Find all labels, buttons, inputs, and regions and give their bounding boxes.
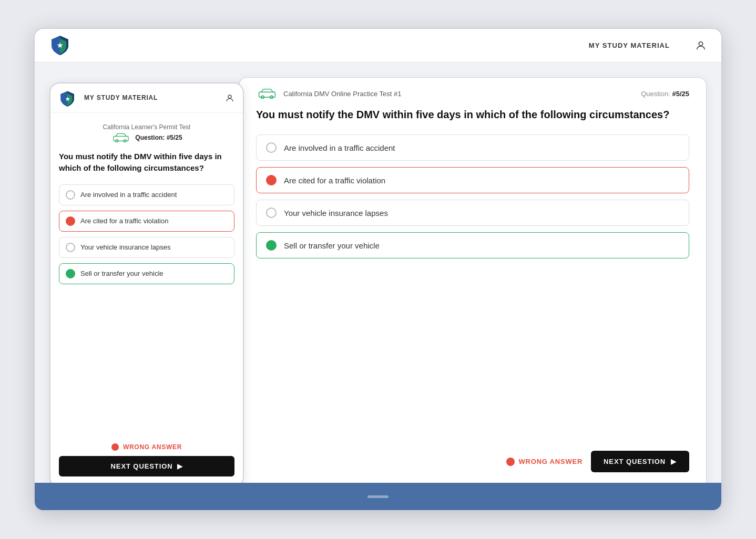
desktop-radio-c bbox=[266, 208, 277, 218]
desktop-radio-b bbox=[266, 175, 277, 185]
desktop-next-label: NEXT QUESTION bbox=[604, 458, 666, 465]
svg-text:★: ★ bbox=[65, 96, 70, 101]
desktop-header-top: California DMV Online Practice Test #1 Q… bbox=[256, 88, 689, 99]
top-nav-title: MY STUDY MATERIAL bbox=[574, 29, 685, 63]
scroll-handle bbox=[367, 495, 389, 498]
desktop-panel: California DMV Online Practice Test #1 Q… bbox=[239, 77, 707, 483]
desktop-option-d[interactable]: Sell or transfer your vehicle bbox=[256, 232, 689, 258]
mobile-option-a[interactable]: Are involved in a traffic accident bbox=[59, 184, 234, 205]
desktop-car-icon bbox=[256, 88, 278, 99]
bottom-bar bbox=[35, 483, 721, 510]
mobile-radio-d bbox=[66, 269, 75, 278]
user-icon[interactable] bbox=[695, 40, 707, 51]
desktop-option-d-text: Sell or transfer your vehicle bbox=[284, 241, 380, 250]
mobile-question-num: Question: #5/25 bbox=[135, 134, 182, 141]
mobile-user-icon[interactable] bbox=[225, 94, 234, 103]
mobile-question-number: #5/25 bbox=[167, 134, 182, 141]
desktop-option-c-text: Your vehicle insurance lapses bbox=[284, 209, 388, 217]
desktop-wrong-row: WRONG ANSWER bbox=[506, 458, 583, 466]
desktop-question-text: You must notify the DMV within five days… bbox=[256, 107, 689, 122]
desktop-question-counter: Question: #5/25 bbox=[641, 89, 689, 98]
mobile-wrong-text: WRONG ANSWER bbox=[123, 443, 182, 451]
desktop-wrong-dot bbox=[506, 458, 515, 466]
desktop-wrong-text: WRONG ANSWER bbox=[519, 458, 583, 465]
desktop-header: California DMV Online Practice Test #1 Q… bbox=[239, 78, 706, 134]
mobile-wrong-answer-row: WRONG ANSWER bbox=[59, 443, 234, 451]
svg-point-1 bbox=[699, 42, 702, 45]
mobile-preview-panel: ★ MY STUDY MATERIAL California Learner's… bbox=[49, 82, 244, 483]
mobile-next-button[interactable]: NEXT QUESTION ▶ bbox=[59, 456, 234, 476]
mobile-option-b-text: Are cited for a traffic violation bbox=[80, 217, 168, 225]
desktop-footer: WRONG ANSWER NEXT QUESTION ▶ bbox=[239, 444, 706, 483]
desktop-option-a[interactable]: Are involved in a traffic accident bbox=[256, 134, 689, 161]
desktop-question-number: #5/25 bbox=[672, 90, 689, 98]
desktop-option-b-text: Are cited for a traffic violation bbox=[284, 176, 385, 185]
desktop-question-prefix: Question: bbox=[641, 90, 672, 98]
mobile-radio-a bbox=[66, 190, 75, 200]
desktop-option-c[interactable]: Your vehicle insurance lapses bbox=[256, 200, 689, 226]
mobile-option-a-text: Are involved in a traffic accident bbox=[80, 191, 177, 199]
mobile-next-arrow: ▶ bbox=[177, 462, 183, 470]
mobile-option-b[interactable]: Are cited for a traffic violation bbox=[59, 211, 234, 232]
mobile-nav: ★ MY STUDY MATERIAL bbox=[50, 84, 243, 113]
desktop-next-arrow: ▶ bbox=[671, 458, 677, 465]
svg-point-3 bbox=[228, 95, 231, 98]
mobile-car-icon bbox=[111, 133, 131, 142]
mobile-body: California Learner's Permit Test Questio… bbox=[50, 113, 243, 483]
desktop-option-a-text: Are involved in a traffic accident bbox=[284, 143, 395, 152]
desktop-radio-d bbox=[266, 240, 277, 251]
desktop-next-button[interactable]: NEXT QUESTION ▶ bbox=[591, 451, 689, 472]
mobile-question-text: You must notify the DMV within five days… bbox=[59, 151, 234, 174]
mobile-option-c-text: Your vehicle insurance lapses bbox=[80, 243, 171, 251]
svg-text:★: ★ bbox=[57, 42, 63, 49]
desktop-body: Are involved in a traffic accident Are c… bbox=[239, 134, 706, 444]
mobile-option-d[interactable]: Sell or transfer your vehicle bbox=[59, 263, 234, 284]
mobile-question-prefix: Question: bbox=[135, 134, 166, 141]
top-nav-bar: ★ MY STUDY MATERIAL bbox=[35, 29, 721, 63]
desktop-brand: California DMV Online Practice Test #1 bbox=[256, 88, 401, 99]
mobile-next-label: NEXT QUESTION bbox=[111, 462, 173, 470]
mobile-nav-label: MY STUDY MATERIAL bbox=[76, 84, 225, 113]
desktop-radio-a bbox=[266, 142, 277, 153]
mobile-test-label: California Learner's Permit Test bbox=[59, 123, 234, 131]
mobile-radio-b bbox=[66, 216, 75, 226]
mobile-radio-c bbox=[66, 243, 75, 252]
logo-shield: ★ bbox=[49, 34, 70, 57]
browser-frame: ★ MY STUDY MATERIAL ★ MY STUDY MATERIAL bbox=[34, 28, 722, 511]
mobile-logo-shield: ★ bbox=[59, 90, 76, 107]
mobile-car-row: Question: #5/25 bbox=[59, 133, 234, 142]
desktop-option-b[interactable]: Are cited for a traffic violation bbox=[256, 167, 689, 193]
desktop-brand-name: California DMV Online Practice Test #1 bbox=[283, 90, 401, 98]
mobile-wrong-dot bbox=[111, 443, 119, 451]
mobile-option-d-text: Sell or transfer your vehicle bbox=[80, 270, 164, 277]
main-content: ★ MY STUDY MATERIAL California Learner's… bbox=[35, 63, 721, 483]
mobile-option-c[interactable]: Your vehicle insurance lapses bbox=[59, 237, 234, 258]
